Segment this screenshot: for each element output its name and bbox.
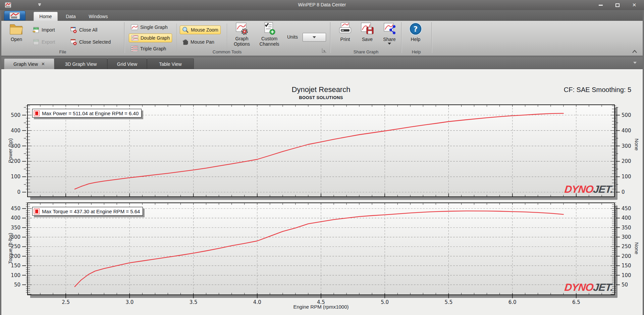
group-separator xyxy=(401,22,402,53)
import-button[interactable]: CSV Import xyxy=(30,26,57,34)
dynojet-watermark: DYNOJET. xyxy=(564,281,614,294)
export-button[interactable]: CSV Export xyxy=(30,38,57,46)
tab-graph-view[interactable]: Graph View ✕ xyxy=(4,58,54,69)
svg-text:2.5: 2.5 xyxy=(62,299,70,305)
title-bar: WinPEP 8 Data Center ✕ xyxy=(0,0,644,10)
close-selected-button[interactable]: Close Selected xyxy=(68,38,113,46)
svg-text:300: 300 xyxy=(622,234,631,240)
application-menu-button[interactable] xyxy=(4,11,25,20)
svg-text:500: 500 xyxy=(622,112,631,118)
double-graph-button[interactable]: Double Graph xyxy=(129,34,172,42)
double-graph-label: Double Graph xyxy=(141,35,170,41)
svg-text:450: 450 xyxy=(622,206,631,212)
svg-text:CSV: CSV xyxy=(34,40,38,42)
torque-chart[interactable]: 2.53.03.54.04.55.05.56.06.55050100100150… xyxy=(0,200,644,315)
print-label: Print xyxy=(340,37,350,42)
close-all-label: Close All xyxy=(79,27,97,33)
print-button[interactable]: Print xyxy=(335,22,356,42)
svg-text:400: 400 xyxy=(622,215,631,221)
share-graph-group-label: Share Graph xyxy=(331,49,401,54)
ribbon-tab-home[interactable]: Home xyxy=(34,12,58,21)
mouse-zoom-button[interactable]: Mouse Zoom xyxy=(180,26,221,34)
svg-text:300: 300 xyxy=(622,143,631,149)
help-icon: ? xyxy=(409,22,423,36)
svg-text:450: 450 xyxy=(11,206,20,212)
tab-table-view-label: Table View xyxy=(159,61,181,67)
import-csv-icon: CSV xyxy=(32,27,40,33)
mouse-pan-icon xyxy=(182,39,189,45)
mouse-zoom-icon xyxy=(182,27,189,33)
import-label: Import xyxy=(42,27,55,33)
custom-channels-label: Custom Channels xyxy=(256,36,282,47)
torque-axis-title: Torque (ft-lbs) xyxy=(7,222,13,275)
help-group-label: Help xyxy=(402,49,431,54)
mouse-pan-label: Mouse Pan xyxy=(191,39,214,45)
share-dropdown-icon[interactable] xyxy=(388,43,391,45)
single-graph-label: Single Graph xyxy=(140,25,168,30)
legend-swatch xyxy=(34,110,40,116)
svg-text:400: 400 xyxy=(11,215,20,221)
svg-text:150: 150 xyxy=(622,263,631,269)
close-all-icon xyxy=(70,27,77,33)
winpep-window: WinPEP 8 Data Center ✕ Home Data Windows xyxy=(0,0,644,315)
close-tab-icon[interactable]: ✕ xyxy=(41,61,45,66)
torque-legend[interactable]: Max Torque = 437.30 at Engine RPM = 5.64 xyxy=(32,207,143,216)
double-graph-icon xyxy=(131,35,139,41)
tab-overflow-icon[interactable] xyxy=(633,62,637,64)
mouse-pan-button[interactable]: Mouse Pan xyxy=(180,38,216,46)
save-icon xyxy=(360,22,375,36)
svg-text:50: 50 xyxy=(622,282,628,288)
ribbon-tab-windows[interactable]: Windows xyxy=(84,12,113,21)
svg-text:200: 200 xyxy=(622,158,631,164)
power-legend[interactable]: Max Power = 511.04 at Engine RPM = 6.40 xyxy=(32,109,142,118)
maximize-button[interactable] xyxy=(612,2,623,8)
svg-text:100: 100 xyxy=(622,272,631,278)
svg-text:500: 500 xyxy=(11,112,20,118)
torque-right-axis-title: None xyxy=(634,222,640,275)
x-axis-title: Engine RPM (rpmx1000) xyxy=(120,304,522,310)
svg-text:6.5: 6.5 xyxy=(572,299,580,305)
group-separator xyxy=(431,22,432,53)
svg-text:CSV: CSV xyxy=(34,28,38,30)
file-group-label: File xyxy=(1,49,124,54)
save-label: Save xyxy=(362,37,373,42)
power-legend-text: Max Power = 511.04 at Engine RPM = 6.40 xyxy=(42,110,139,116)
ribbon-tab-data[interactable]: Data xyxy=(61,12,80,21)
tab-table-view[interactable]: Table View xyxy=(147,58,194,69)
close-selected-icon xyxy=(70,39,77,45)
custom-channels-icon xyxy=(263,22,276,35)
power-chart[interactable]: 00100100200200300300400400500500 xyxy=(0,84,644,200)
share-label: Share xyxy=(383,37,395,42)
svg-text:?: ? xyxy=(414,25,418,33)
group-separator xyxy=(124,22,125,53)
tab-3d-graph-view[interactable]: 3D Graph View xyxy=(54,58,107,69)
tab-3d-graph-view-label: 3D Graph View xyxy=(65,61,97,67)
dynojet-watermark: DYNOJET. xyxy=(564,183,614,195)
help-button[interactable]: ? Help xyxy=(405,22,426,42)
graph-options-icon xyxy=(235,22,249,35)
sub-separator xyxy=(176,24,177,51)
minimize-button[interactable] xyxy=(596,2,606,8)
open-button[interactable]: Open xyxy=(6,22,27,42)
single-graph-button[interactable]: Single Graph xyxy=(129,23,170,32)
open-label: Open xyxy=(11,37,22,42)
close-selected-label: Close Selected xyxy=(79,39,111,45)
save-button[interactable]: Save xyxy=(357,22,378,42)
window-title: WinPEP 8 Data Center xyxy=(0,2,644,7)
power-right-axis-title: None xyxy=(634,118,640,172)
close-button[interactable]: ✕ xyxy=(629,2,639,8)
export-label: Export xyxy=(42,39,55,45)
print-icon xyxy=(338,22,353,36)
units-dropdown[interactable] xyxy=(303,33,326,42)
winpep-logo-icon xyxy=(9,12,20,19)
sub-separator xyxy=(227,24,227,51)
close-all-button[interactable]: Close All xyxy=(68,26,99,34)
tab-grid-view-label: Grid View xyxy=(117,61,137,67)
tab-grid-view[interactable]: Grid View xyxy=(107,58,147,69)
share-button[interactable]: Share xyxy=(379,22,400,45)
custom-channels-button[interactable]: Custom Channels xyxy=(256,22,282,47)
ribbon-tab-row: Home Data Windows xyxy=(1,10,643,21)
collapse-ribbon-icon[interactable] xyxy=(632,49,637,53)
graph-options-button[interactable]: Graph Options xyxy=(231,22,253,47)
graph-options-label: Graph Options xyxy=(231,36,253,47)
